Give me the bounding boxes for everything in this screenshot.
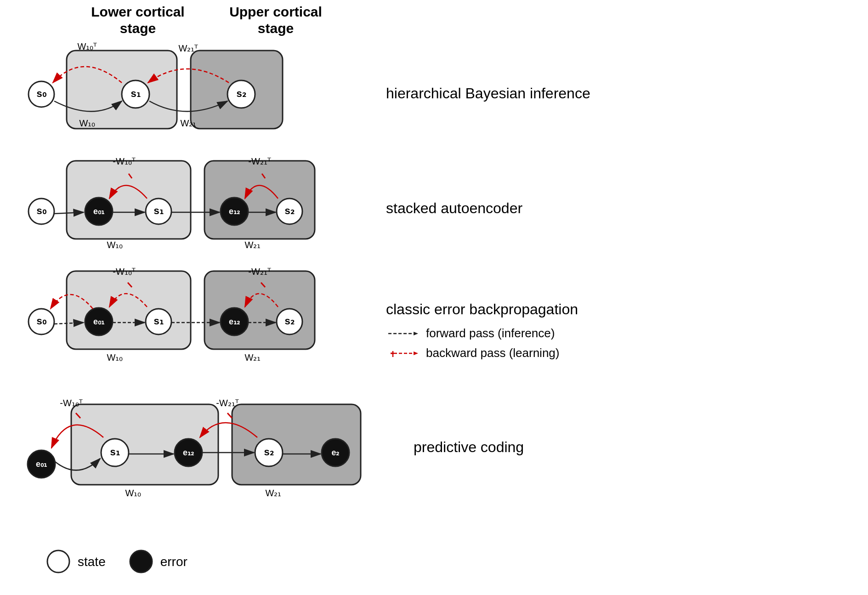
forward-pass-legend: forward pass (inference) [388,326,559,340]
row3-label: classic error backpropagation [386,301,578,318]
svg-text:s₁: s₁ [110,446,119,458]
svg-text:-W₁₀ᵀ: -W₁₀ᵀ [113,156,136,166]
row2-diagram: s₀ e₀₁ s₁ e₁₂ s₂ W₁₀ W₂₁ -W₁₀ᵀ - [23,156,372,253]
backward-pass-legend: backward pass (learning) [388,346,559,360]
svg-text:e₀₁: e₀₁ [93,317,104,326]
svg-marker-56 [414,332,418,335]
row3-diagram: s₀ e₀₁ s₁ e₁₂ s₂ W₁₀ W₂₁ -W₁₀ᵀ -W₂₁ᵀ [23,266,372,372]
main-container: Lower cortical stage Upper cortical stag… [0,0,868,595]
svg-text:s₀: s₀ [36,205,46,216]
svg-point-81 [47,550,69,572]
svg-text:W₁₀: W₁₀ [107,240,123,250]
svg-text:s₂: s₂ [236,88,246,99]
row4-diagram: e₀₁ s₁ e₁₂ s₂ e₂ W₁₀ W₂₁ -W₁₀ᵀ [23,400,400,505]
svg-text:-W₁₀ᵀ: -W₁₀ᵀ [60,398,83,408]
svg-rect-0 [67,51,177,129]
row2-label: stacked autoencoder [386,200,522,217]
svg-text:e₀₁: e₀₁ [93,207,104,216]
bottom-legend: state error [46,549,187,574]
svg-text:W₁₀: W₁₀ [79,118,96,128]
svg-text:W₂₁ᵀ: W₂₁ᵀ [179,43,199,53]
svg-text:-W₂₁ᵀ: -W₂₁ᵀ [248,156,271,166]
svg-text:-W₁₀ᵀ: -W₁₀ᵀ [113,266,136,277]
svg-text:e₂: e₂ [331,448,339,457]
svg-marker-60 [414,351,418,355]
svg-rect-15 [204,161,315,239]
svg-text:W₂₁: W₂₁ [181,118,197,128]
svg-text:s₂: s₂ [264,446,273,458]
row4-label: predictive coding [414,439,524,456]
svg-text:s₁: s₁ [130,88,140,99]
svg-text:e₁₂: e₁₂ [183,448,194,457]
svg-text:s₂: s₂ [284,315,294,327]
svg-text:W₁₀: W₁₀ [107,352,123,363]
svg-text:e₀₁: e₀₁ [36,459,47,469]
lower-cortical-header: Lower cortical stage [87,4,188,37]
svg-text:s₂: s₂ [284,205,294,216]
svg-text:e₁₂: e₁₂ [229,207,240,216]
svg-point-82 [130,550,152,572]
svg-text:-W₂₁ᵀ: -W₂₁ᵀ [248,266,271,277]
svg-text:W₂₁: W₂₁ [245,352,261,363]
error-legend: error [129,549,187,574]
svg-rect-35 [204,271,315,349]
upper-cortical-header: Upper cortical stage [225,4,326,37]
svg-text:W₁₀: W₁₀ [125,488,142,498]
row1-label: hierarchical Bayesian inference [386,85,590,102]
svg-text:W₁₀ᵀ: W₁₀ᵀ [78,41,97,51]
row1-diagram: s₀ s₁ s₂ W₁₀ W₂₁ W₂₁ᵀ W₁₀ᵀ [23,41,372,147]
svg-text:s₀: s₀ [36,315,46,327]
svg-text:s₀: s₀ [36,88,46,99]
svg-text:e₁₂: e₁₂ [229,317,240,326]
state-legend: state [46,549,106,574]
svg-rect-14 [67,161,191,239]
svg-text:s₁: s₁ [153,205,163,216]
svg-text:W₂₁: W₂₁ [245,240,261,250]
svg-text:-W₂₁ᵀ: -W₂₁ᵀ [216,398,239,408]
svg-text:s₁: s₁ [153,315,163,327]
svg-text:W₂₁: W₂₁ [266,488,282,498]
